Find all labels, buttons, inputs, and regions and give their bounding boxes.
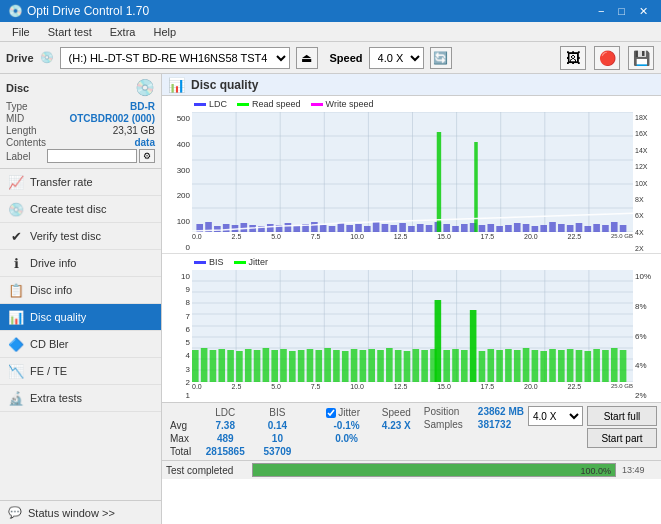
drive-select[interactable]: (H:) HL-DT-ST BD-RE WH16NS58 TST4 — [60, 47, 290, 69]
svg-rect-133 — [611, 348, 618, 382]
svg-rect-60 — [576, 223, 583, 232]
sidebar-item-disc-quality[interactable]: 📊 Disc quality — [0, 304, 161, 331]
stats-max-bis: 10 — [255, 432, 301, 445]
toolbar-button-1[interactable]: 🖼 — [560, 46, 586, 70]
svg-rect-37 — [390, 225, 397, 232]
read-speed-color — [237, 103, 249, 106]
svg-rect-100 — [324, 348, 331, 382]
stats-max-label: Max — [166, 432, 196, 445]
svg-rect-93 — [263, 348, 270, 382]
legend-jitter-label: Jitter — [249, 257, 269, 267]
sidebar-item-drive-info-label: Drive info — [30, 257, 76, 269]
svg-rect-52 — [505, 225, 512, 232]
sidebar-item-fe-te[interactable]: 📉 FE / TE — [0, 358, 161, 385]
disc-contents-label: Contents — [6, 137, 46, 148]
menu-extra[interactable]: Extra — [102, 24, 144, 40]
maximize-button[interactable]: □ — [613, 4, 630, 19]
sidebar-item-drive-info[interactable]: ℹ Drive info — [0, 250, 161, 277]
content-area: 📊 Disc quality LDC Read speed — [162, 74, 661, 524]
refresh-button[interactable]: 🔄 — [430, 47, 452, 69]
minimize-button[interactable]: − — [593, 4, 609, 19]
menu-help[interactable]: Help — [145, 24, 184, 40]
svg-rect-97 — [298, 350, 305, 382]
svg-rect-44 — [443, 224, 450, 232]
toolbar-button-2[interactable]: 🔴 — [594, 46, 620, 70]
svg-rect-95 — [280, 349, 287, 382]
action-buttons: Start full Start part — [587, 406, 657, 448]
status-text: Test completed — [166, 465, 246, 476]
toolbar-button-3[interactable]: 💾 — [628, 46, 654, 70]
bottom-x-axis: 0.02.55.07.510.012.515.017.520.022.525.0… — [192, 382, 633, 391]
svg-rect-57 — [549, 222, 556, 232]
svg-rect-26 — [293, 226, 300, 232]
sidebar-item-verify-test-disc[interactable]: ✔ Verify test disc — [0, 223, 161, 250]
col-jitter: Jitter — [320, 406, 373, 419]
svg-rect-46 — [461, 224, 468, 232]
titlebar-title: 💿 Opti Drive Control 1.70 — [8, 4, 149, 18]
svg-rect-96 — [289, 351, 296, 382]
svg-rect-131 — [593, 349, 600, 382]
svg-rect-41 — [426, 225, 433, 232]
svg-rect-86 — [201, 348, 208, 382]
legend-write-speed-label: Write speed — [326, 99, 374, 109]
drive-info-icon: ℹ — [8, 255, 24, 271]
disc-info-icon: 📋 — [8, 282, 24, 298]
speed-select[interactable]: 4.0 X — [369, 47, 424, 69]
svg-rect-98 — [307, 349, 314, 382]
start-part-button[interactable]: Start part — [587, 428, 657, 448]
sidebar-item-disc-info[interactable]: 📋 Disc info — [0, 277, 161, 304]
status-window-button[interactable]: 💬 Status window >> — [0, 500, 161, 524]
svg-rect-101 — [333, 350, 340, 382]
svg-rect-64 — [611, 222, 618, 232]
sidebar-item-verify-test-disc-label: Verify test disc — [30, 230, 101, 242]
stats-row: LDC BIS Jitter Speed — [166, 406, 657, 458]
disc-cd-icon: 💿 — [135, 78, 155, 97]
svg-rect-25 — [285, 223, 292, 232]
cd-bler-icon: 🔷 — [8, 336, 24, 352]
titlebar-controls: − □ ✕ — [593, 4, 653, 19]
svg-rect-59 — [567, 225, 574, 232]
sidebar-item-extra-tests[interactable]: 🔬 Extra tests — [0, 385, 161, 412]
svg-rect-49 — [479, 225, 486, 232]
svg-rect-43 — [437, 132, 441, 232]
jitter-checkbox[interactable] — [326, 408, 336, 418]
top-chart-svg — [192, 112, 633, 232]
sidebar-item-transfer-rate[interactable]: 📈 Transfer rate — [0, 169, 161, 196]
start-full-button[interactable]: Start full — [587, 406, 657, 426]
svg-rect-124 — [532, 350, 539, 382]
top-chart-svg-container: 0.02.55.07.510.012.515.017.520.022.525.0… — [192, 112, 633, 254]
svg-rect-103 — [351, 349, 358, 382]
disc-label-input[interactable] — [47, 149, 137, 163]
disc-label-button[interactable]: ⚙ — [139, 149, 155, 163]
sidebar-item-create-test-disc-label: Create test disc — [30, 203, 106, 215]
transfer-rate-icon: 📈 — [8, 174, 24, 190]
svg-rect-35 — [373, 222, 380, 232]
eject-button[interactable]: ⏏ — [296, 47, 318, 69]
top-x-axis: 0.02.55.07.510.012.515.017.520.022.525.0… — [192, 232, 633, 241]
position-row: Position 23862 MB — [424, 406, 524, 417]
svg-rect-55 — [532, 226, 539, 232]
svg-rect-91 — [245, 349, 252, 382]
svg-rect-134 — [620, 350, 627, 382]
sidebar-item-create-test-disc[interactable]: 💿 Create test disc — [0, 196, 161, 223]
svg-rect-39 — [408, 226, 415, 232]
stats-total-ldc: 2815865 — [196, 445, 255, 458]
disc-type-value: BD-R — [130, 101, 155, 112]
quality-speed-select[interactable]: 4.0 X — [528, 406, 583, 426]
menu-file[interactable]: File — [4, 24, 38, 40]
bottom-legend: BIS Jitter — [162, 254, 661, 270]
svg-rect-30 — [329, 226, 336, 232]
svg-rect-90 — [236, 351, 243, 382]
sidebar-item-cd-bler[interactable]: 🔷 CD Bler — [0, 331, 161, 358]
stats-row-avg: Avg 7.38 0.14 -0.1% 4.23 X — [166, 419, 420, 432]
svg-rect-116 — [461, 350, 468, 382]
disc-length-label: Length — [6, 125, 37, 136]
svg-rect-38 — [399, 223, 406, 232]
drive-label: Drive — [6, 52, 34, 64]
stats-max-ldc: 489 — [196, 432, 255, 445]
stats-area: LDC BIS Jitter Speed — [162, 402, 661, 460]
svg-rect-62 — [593, 224, 600, 232]
menu-start-test[interactable]: Start test — [40, 24, 100, 40]
samples-label: Samples — [424, 419, 474, 430]
close-button[interactable]: ✕ — [634, 4, 653, 19]
